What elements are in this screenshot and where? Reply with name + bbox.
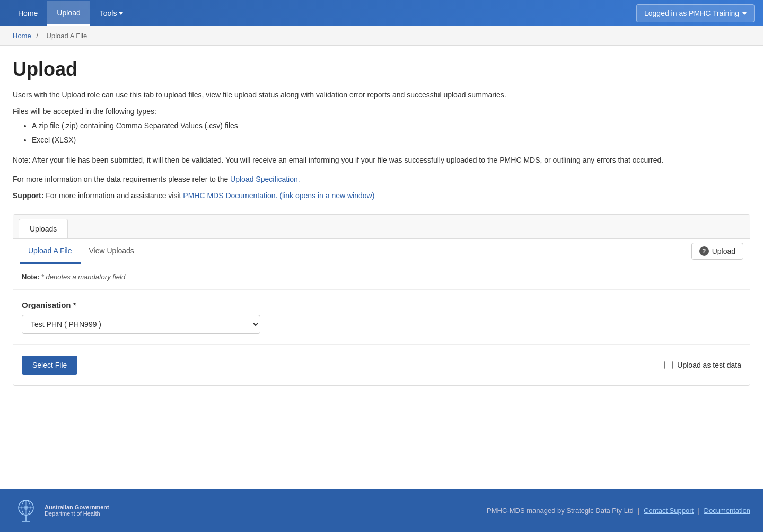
org-select[interactable]: Test PHN ( PHN999 ): [22, 315, 260, 334]
support-text: Support: For more information and assist…: [13, 190, 750, 201]
panel-header: Uploads: [13, 215, 750, 239]
navbar: Home Upload Tools Logged in as PMHC Trai…: [0, 0, 763, 26]
help-icon: ?: [699, 246, 709, 256]
file-section: Select File Upload as test data: [13, 345, 750, 385]
footer-logo: Australian Government Department of Heal…: [13, 497, 109, 524]
nav-tools[interactable]: Tools: [90, 2, 133, 25]
select-file-button[interactable]: Select File: [22, 356, 77, 375]
organisation-section: Organisation * Test PHN ( PHN999 ): [13, 290, 750, 345]
file-types-list: A zip file (.zip) containing Comma Separ…: [32, 120, 750, 146]
intro-text: Users with the Upload role can use this …: [13, 89, 750, 101]
main-content: Upload Users with the Upload role can us…: [0, 46, 763, 489]
list-item: Excel (XLSX): [32, 134, 750, 146]
nav-left: Home Upload Tools: [8, 1, 133, 26]
footer-contact-link[interactable]: Contact Support: [644, 507, 694, 515]
user-menu-button[interactable]: Logged in as PMHC Training: [636, 4, 755, 22]
inner-tabs: Upload A File View Uploads: [20, 239, 143, 264]
spec-text: For more information on the data require…: [13, 175, 750, 183]
panel-tab-uploads[interactable]: Uploads: [19, 219, 68, 238]
test-data-label: Upload as test data: [677, 361, 741, 369]
test-data-checkbox[interactable]: [664, 361, 673, 369]
nav-upload[interactable]: Upload: [47, 1, 90, 26]
footer-right: PMHC-MDS managed by Strategic Data Pty L…: [487, 507, 750, 515]
inner-tabs-bar: Upload A File View Uploads ? Upload: [13, 239, 750, 264]
breadcrumb-home[interactable]: Home: [13, 32, 31, 40]
file-types-label: Files will be accepted in the following …: [13, 107, 750, 116]
breadcrumb: Home / Upload A File: [0, 26, 763, 46]
mandatory-note: Note: * denotes a mandatory field: [22, 273, 741, 281]
footer-sep1: |: [638, 507, 639, 515]
tab-upload-a-file[interactable]: Upload A File: [20, 239, 81, 264]
page-title: Upload: [13, 58, 750, 81]
footer-managed-by: PMHC-MDS managed by Strategic Data Pty L…: [487, 507, 634, 515]
nav-home[interactable]: Home: [8, 2, 47, 25]
breadcrumb-separator: /: [36, 32, 38, 40]
footer: Australian Government Department of Heal…: [0, 489, 763, 532]
pmhc-doc-link[interactable]: PMHC MDS Documentation. (link opens in a…: [183, 191, 374, 200]
help-upload-button[interactable]: ? Upload: [691, 243, 743, 260]
footer-doc-link[interactable]: Documentation: [704, 507, 750, 515]
footer-sep2: |: [698, 507, 699, 515]
list-item: A zip file (.zip) containing Comma Separ…: [32, 120, 750, 131]
footer-logo-text: Australian Government Department of Heal…: [45, 504, 109, 517]
breadcrumb-current: Upload A File: [47, 32, 87, 40]
user-dropdown-icon: [742, 12, 747, 15]
nav-right: Logged in as PMHC Training: [636, 4, 755, 22]
uploads-panel: Uploads Upload A File View Uploads ? Upl…: [13, 214, 750, 386]
tools-dropdown-icon: [119, 12, 123, 15]
mandatory-note-section: Note: * denotes a mandatory field: [13, 264, 750, 290]
upload-spec-link[interactable]: Upload Specification.: [230, 175, 300, 183]
org-label: Organisation *: [22, 300, 741, 309]
govt-crest-icon: [13, 497, 39, 524]
test-data-row: Upload as test data: [664, 361, 741, 369]
note-text: Note: After your file has been submitted…: [13, 154, 750, 166]
tab-view-uploads[interactable]: View Uploads: [81, 239, 143, 264]
